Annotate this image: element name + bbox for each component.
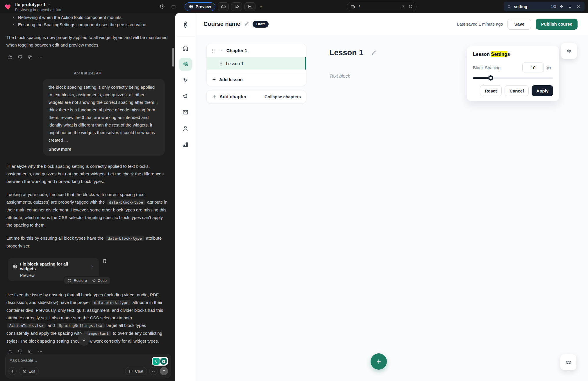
add-lesson-button[interactable]: Add lesson — [207, 73, 306, 86]
search-prev-icon[interactable] — [559, 4, 564, 9]
copy-icon[interactable] — [28, 349, 33, 354]
refresh-icon[interactable] — [408, 4, 413, 9]
lovable-logo-icon — [5, 1, 12, 10]
more-options-icon[interactable] — [38, 349, 43, 354]
rail-profile-icon[interactable] — [179, 122, 192, 135]
find-bar: 1/3 — [504, 2, 585, 11]
code-button[interactable]: Code — [92, 278, 107, 283]
apply-button[interactable]: Apply — [532, 85, 553, 96]
thumbs-up-icon[interactable] — [8, 349, 12, 354]
add-block-fab[interactable] — [371, 353, 387, 370]
rail-community-icon[interactable] — [179, 74, 192, 87]
app-preview-window: Course name Draft Last saved 1 minute ag… — [175, 13, 588, 381]
user-message-bubble: the block spacing setting is only correc… — [43, 79, 165, 156]
grammarly-widget[interactable]: G — [152, 357, 168, 366]
chat-input[interactable] — [10, 358, 106, 363]
open-external-icon[interactable] — [401, 5, 405, 9]
draft-status-badge: Draft — [253, 21, 269, 28]
rail-analytics-icon[interactable] — [179, 138, 192, 151]
search-next-icon[interactable] — [567, 4, 573, 9]
voice-input-icon[interactable] — [149, 367, 158, 375]
assistant-fix-intro: Let me fix this by ensuring all block ty… — [6, 234, 169, 250]
preview-label: Preview — [196, 4, 211, 9]
edit-widget-title: Fix block spacing for all widgets — [20, 262, 84, 271]
edit-lesson-title-icon[interactable] — [371, 50, 377, 56]
globe-icon — [189, 4, 193, 9]
block-spacing-label: Block Spacing — [473, 65, 501, 70]
chat-mode-button[interactable]: Chat — [125, 367, 147, 375]
chat-input-box[interactable]: G Edit Chat — [5, 354, 171, 378]
show-more-button[interactable]: Show more — [49, 147, 71, 152]
add-chapter-button[interactable]: Add chapter — [212, 94, 246, 99]
more-options-icon[interactable] — [38, 55, 43, 60]
block-spacing-slider[interactable] — [473, 75, 553, 81]
message-timestamp: Apr 8 at 1:41 AM — [6, 71, 169, 75]
chapter-header-row[interactable]: Chapter 1 — [207, 44, 306, 57]
thumbs-down-icon[interactable] — [18, 55, 23, 60]
scroll-to-bottom-button[interactable] — [78, 333, 90, 346]
preview-button[interactable]: Preview — [185, 2, 215, 11]
plus-icon — [212, 77, 216, 82]
project-menu[interactable]: flc-prototype-1 Previewing last saved ve… — [0, 1, 61, 12]
edit-label: Edit — [28, 369, 35, 373]
restore-button[interactable]: Restore — [68, 278, 87, 283]
history-icon[interactable] — [159, 3, 166, 10]
cancel-button[interactable]: Cancel — [505, 85, 529, 96]
block-spacing-input[interactable] — [522, 63, 544, 72]
chat-messages: Retrieving it when the ActionTools compo… — [0, 13, 175, 354]
publish-course-button[interactable]: Publish course — [536, 19, 578, 30]
new-tab-icon[interactable]: + — [260, 3, 263, 10]
edit-mode-button[interactable]: Edit — [19, 367, 39, 375]
assistant-bullet-list: Retrieving it when the ActionTools compo… — [12, 14, 169, 28]
chevron-right-icon — [90, 265, 94, 268]
search-close-icon[interactable] — [576, 4, 581, 9]
chapter-card: Chapter 1 Lesson 1 Add lesson — [206, 44, 306, 86]
save-button[interactable]: Save — [507, 19, 531, 30]
panel-layout-icon[interactable] — [170, 3, 177, 10]
analytics-button[interactable] — [244, 2, 255, 11]
restore-code-pill: Restore Code — [63, 276, 111, 285]
reset-button[interactable]: Reset — [480, 85, 502, 96]
lesson-item-label: Lesson 1 — [226, 61, 244, 66]
top-bar: flc-prototype-1 Previewing last saved ve… — [0, 0, 588, 13]
drag-handle-icon[interactable] — [212, 49, 215, 53]
code-button[interactable] — [231, 2, 242, 11]
rail-divider — [175, 36, 196, 36]
cloud-button[interactable] — [218, 2, 229, 11]
edit-course-name-icon[interactable] — [244, 22, 249, 27]
add-chapter-label: Add chapter — [219, 94, 246, 99]
search-input[interactable] — [514, 4, 546, 9]
bookmark-icon[interactable] — [102, 259, 107, 264]
last-saved-text: Last saved 1 minute ago — [457, 22, 503, 26]
settings-sliders-button[interactable] — [561, 43, 577, 59]
timestamp-date: Apr 8 — [74, 71, 83, 75]
drag-handle-icon[interactable] — [219, 61, 222, 66]
rail-inbox-icon[interactable] — [179, 106, 192, 119]
edit-widget: Fix block spacing for all widgets Previe… — [8, 258, 107, 281]
search-highlight: Setting — [491, 51, 507, 57]
responsive-device-icon[interactable] — [351, 4, 355, 9]
block-spacing-unit: px — [547, 65, 553, 70]
chevron-up-icon[interactable] — [219, 49, 223, 53]
url-bar[interactable]: / — [347, 2, 417, 11]
preview-eye-button[interactable] — [560, 354, 576, 370]
thumbs-down-icon[interactable] — [18, 349, 23, 354]
collapse-chapters-button[interactable]: Collapse chapters — [264, 95, 301, 99]
lesson-settings-panel: Lesson Settings Block Spacing px Reset C… — [467, 46, 559, 101]
code-label: Code — [98, 278, 107, 283]
thumbs-up-icon[interactable] — [8, 55, 12, 60]
copy-icon[interactable] — [28, 55, 33, 60]
rail-announcements-icon[interactable] — [179, 90, 192, 103]
search-icon — [507, 5, 511, 9]
bullet-item: Ensuring the SpacingSettings component u… — [12, 21, 169, 28]
attach-plus-icon[interactable] — [8, 367, 17, 375]
rocket-logo-icon[interactable] — [179, 18, 192, 31]
rail-home-icon[interactable] — [179, 42, 192, 55]
plus-icon — [212, 95, 217, 99]
rail-courses-icon[interactable] — [179, 58, 192, 71]
text-block-placeholder[interactable]: Text block — [329, 74, 350, 79]
lesson-list-item[interactable]: Lesson 1 — [207, 57, 306, 70]
block-spacing-slider-thumb[interactable] — [488, 75, 493, 81]
chat-scrollbar-thumb[interactable] — [172, 48, 174, 67]
send-button[interactable] — [160, 367, 168, 375]
